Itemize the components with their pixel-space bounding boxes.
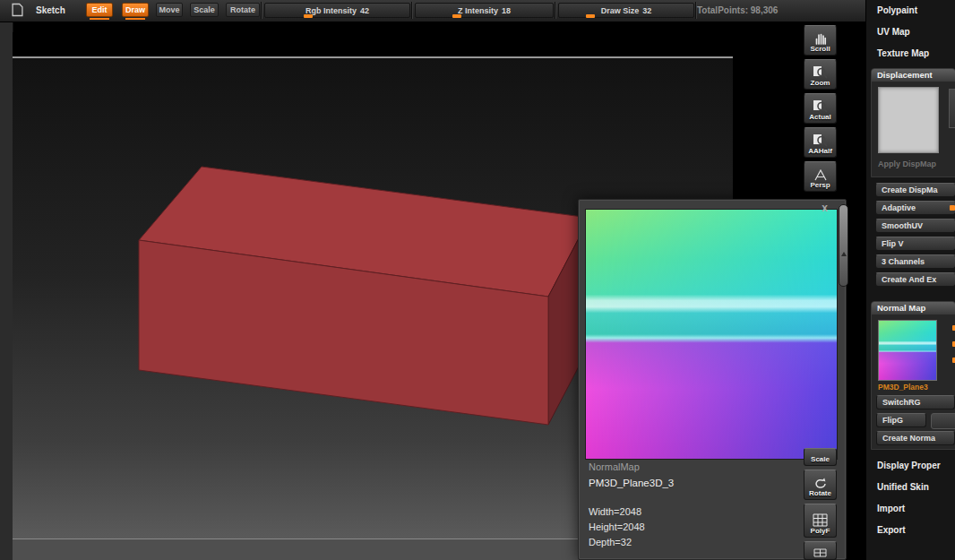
z-intensity-slider[interactable]: Z Intensity 18	[415, 3, 554, 18]
normalmap-preview-image	[585, 209, 838, 460]
model-box[interactable]	[125, 152, 609, 439]
normal-map-header[interactable]: Normal Map	[872, 302, 955, 314]
tool-palette: Polypaint UV Map Texture Map Displacemen…	[865, 0, 955, 560]
displacement-thumbnail[interactable]	[878, 87, 939, 153]
zoom-tool-button[interactable]: Zoom	[804, 59, 837, 90]
tray-scrollbar[interactable]	[839, 204, 848, 287]
zbrush-window: Sketch Edit Draw Move Scale Rotate Rgb I…	[0, 0, 955, 560]
tool-label: PolyF	[811, 527, 830, 535]
displacement-header[interactable]: Displacement	[872, 69, 955, 82]
slider-thumb[interactable]	[452, 14, 461, 18]
actual-size-button[interactable]: Actual	[804, 93, 837, 124]
rgb-intensity-label: Rgb Intensity	[305, 6, 357, 15]
tool-label: Scroll	[810, 45, 830, 53]
divider	[411, 2, 413, 19]
divider	[555, 2, 556, 19]
document-icon[interactable]	[12, 3, 23, 21]
normal-map-section: Normal Map PM3D_Plane3 SwitchRG FlipG Cr…	[871, 301, 955, 450]
unified-skin-header[interactable]: Unified Skin	[877, 482, 929, 492]
draw-size-value: 32	[642, 6, 651, 15]
divider	[261, 2, 262, 19]
popup-object-name: PM3D_Plane3D_3	[589, 478, 674, 488]
uv-map-header[interactable]: UV Map	[877, 27, 910, 37]
total-points-readout: TotalPoints: 98,306	[697, 0, 778, 22]
flip-v-button[interactable]: Flip V	[875, 237, 955, 251]
three-channels-button[interactable]: 3 Channels	[875, 254, 955, 269]
canvas-rotate-button[interactable]: Rotate	[804, 470, 837, 500]
normalmap-thumb-label[interactable]: PM3D_Plane3	[878, 383, 928, 392]
adaptive-button[interactable]: Adaptive	[875, 201, 955, 215]
magnifier-icon	[813, 134, 828, 147]
tool-label: Actual	[809, 113, 830, 121]
create-dispmap-button[interactable]: Create DispMa	[875, 183, 955, 197]
rotate-button[interactable]: Rotate	[226, 3, 260, 17]
top-toolbar: Sketch Edit Draw Move Scale Rotate Rgb I…	[0, 0, 865, 22]
document-header-band	[13, 32, 733, 56]
clipped-shelf-button[interactable]	[804, 541, 837, 560]
hand-icon	[813, 32, 828, 45]
grid-icon	[813, 513, 828, 527]
popup-width-line: Width=2048	[589, 506, 641, 517]
draw-size-slider[interactable]: Draw Size 32	[558, 3, 694, 18]
popup-map-type: NormalMap	[589, 461, 640, 472]
tool-label: Persp	[810, 181, 830, 189]
polyframe-button[interactable]: PolyF	[804, 504, 837, 538]
draw-size-label: Draw Size	[601, 6, 640, 15]
texture-map-header[interactable]: Texture Map	[877, 48, 929, 58]
rotate-icon	[813, 478, 828, 489]
clipped-control	[949, 89, 955, 128]
magnifier-icon	[813, 99, 828, 113]
slider-thumb[interactable]	[304, 14, 313, 18]
switchrg-button[interactable]: SwitchRG	[876, 395, 955, 409]
apply-dispmap-label: Apply DispMap	[878, 159, 936, 168]
scroll-tool-button[interactable]: Scroll	[804, 25, 837, 56]
flipg-button[interactable]: FlipG	[876, 413, 926, 427]
sketch-label: Sketch	[36, 0, 65, 22]
export-header[interactable]: Export	[877, 525, 906, 535]
tool-label: Scale	[811, 455, 830, 463]
import-header[interactable]: Import	[877, 504, 905, 513]
rgb-intensity-slider[interactable]: Rgb Intensity 42	[264, 3, 410, 18]
persp-button[interactable]: Persp	[804, 161, 837, 192]
tool-label: Rotate	[809, 489, 831, 497]
move-button[interactable]: Move	[156, 3, 183, 17]
draw-button[interactable]: Draw	[122, 3, 149, 17]
display-properties-header[interactable]: Display Proper	[877, 461, 941, 470]
edit-button[interactable]: Edit	[86, 3, 113, 17]
canvas-scale-button[interactable]: Scale	[804, 448, 837, 466]
aahalf-button[interactable]: AAHalf	[804, 127, 837, 158]
adaptive-indicator-dot	[950, 205, 955, 211]
z-intensity-label: Z Intensity	[458, 6, 498, 15]
rgb-intensity-value: 42	[360, 6, 369, 15]
normalmap-thumbnail[interactable]	[878, 320, 937, 381]
polypaint-header[interactable]: Polypaint	[877, 5, 917, 15]
close-icon[interactable]: x	[822, 202, 828, 214]
perspective-icon	[813, 169, 828, 181]
slider-thumb[interactable]	[586, 14, 595, 18]
scale-button[interactable]: Scale	[190, 3, 219, 17]
clipped-control	[931, 413, 955, 429]
displacement-section: Displacement Apply DispMap	[871, 68, 955, 177]
create-and-export-button[interactable]: Create And Ex	[875, 272, 955, 287]
scroll-up-arrow	[841, 252, 847, 256]
tool-label: Zoom	[811, 79, 830, 87]
smoothuv-button[interactable]: SmoothUV	[875, 219, 955, 233]
tool-label: AAHalf	[808, 147, 832, 155]
magnifier-icon	[813, 65, 828, 79]
grid-icon	[813, 548, 827, 557]
popup-height-line: Height=2048	[589, 521, 645, 532]
z-intensity-value: 18	[502, 6, 511, 15]
create-normalmap-button[interactable]: Create Norma	[876, 431, 955, 445]
popup-depth-line: Depth=32	[589, 537, 632, 547]
left-tray	[0, 22, 13, 560]
